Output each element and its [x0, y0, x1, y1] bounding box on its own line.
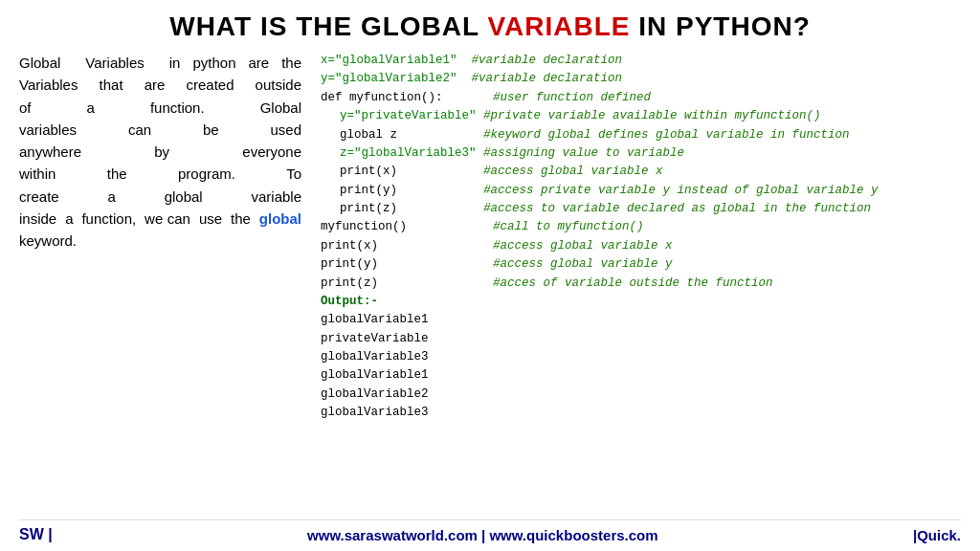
code-line-8: print(y) #access private variable y inst… [340, 182, 961, 200]
comment-9: #access to variable declared as global i… [483, 200, 871, 218]
footer-center: www.saraswatworld.com | www.quickbooster… [307, 527, 658, 543]
code-line-3: def myfunction(): #user function defined [321, 89, 961, 107]
comment-7: #access global variable x [483, 163, 663, 181]
code-line-12: print(y) #access global variable y [321, 255, 961, 274]
comment-1: #variable declaration [457, 52, 623, 70]
code-text-8: print(y) [340, 182, 483, 200]
global-keyword-link: global [259, 210, 301, 227]
code-text-2: y="globalVariable2" [321, 70, 457, 88]
title-variable: VARIABLE [487, 11, 630, 41]
content-area: Global Variables in python are the Varia… [19, 52, 961, 519]
code-text-3: def myfunction(): [321, 89, 493, 107]
output-label: Output:- [321, 293, 378, 311]
code-text-4: y="privateVariable" [340, 107, 483, 125]
output-value-2: privateVariable [321, 330, 429, 348]
code-text-13: print(z) [321, 275, 493, 293]
comment-12: #access global variable y [493, 255, 673, 274]
output-val-3: globalVariable3 [321, 348, 961, 366]
code-line-11: print(x) #access global variable x [321, 237, 961, 255]
code-text-1: x="globalVariable1" [321, 52, 457, 70]
output-value-1: globalVariable1 [321, 311, 429, 329]
code-text-7: print(x) [340, 163, 483, 181]
left-text: Global Variables in python are the Varia… [19, 55, 301, 249]
code-line-4: y="privateVariable" #private variable av… [340, 107, 961, 125]
code-text-9: print(z) [340, 200, 483, 218]
comment-13: #acces of variable outside the function [493, 275, 773, 293]
comment-10: #call to myfunction() [493, 218, 644, 236]
comment-8: #access private variable y instead of gl… [483, 182, 879, 200]
comment-6: #assigning value to variable [483, 144, 684, 163]
title-part1: WHAT IS THE GLOBAL [169, 11, 487, 41]
code-text-6: z="globalVariable3" [340, 144, 483, 163]
comment-4: #private variable available within myfun… [483, 107, 821, 125]
title-part2: IN PYTHON? [630, 11, 810, 41]
output-val-4: globalVariable1 [321, 366, 961, 385]
page-container: WHAT IS THE GLOBAL VARIABLE IN PYTHON? G… [0, 0, 980, 551]
page-title: WHAT IS THE GLOBAL VARIABLE IN PYTHON? [19, 11, 961, 42]
output-val-1: globalVariable1 [321, 311, 961, 329]
code-line-7: print(x) #access global variable x [340, 163, 961, 181]
code-text-5: global z [340, 126, 483, 144]
output-val-5: globalVariable2 [321, 386, 961, 404]
code-line-5: global z #keyword global defines global … [340, 126, 961, 144]
code-line-1: x="globalVariable1" #variable declaratio… [321, 52, 961, 70]
output-val-6: globalVariable3 [321, 404, 961, 422]
code-text-10: myfunction() [321, 218, 493, 236]
code-line-6: z="globalVariable3" #assigning value to … [340, 144, 961, 163]
right-panel: x="globalVariable1" #variable declaratio… [321, 52, 961, 519]
code-text-12: print(y) [321, 255, 493, 274]
comment-2: #variable declaration [457, 70, 623, 88]
output-value-5: globalVariable2 [321, 386, 429, 404]
code-line-2: y="globalVariable2" #variable declaratio… [321, 70, 961, 88]
code-line-10: myfunction() #call to myfunction() [321, 218, 961, 236]
output-value-4: globalVariable1 [321, 366, 429, 385]
code-line-9: print(z) #access to variable declared as… [340, 200, 961, 218]
output-label-line: Output:- [321, 293, 961, 311]
output-val-2: privateVariable [321, 330, 961, 348]
code-text-11: print(x) [321, 237, 493, 255]
footer-left: SW | [19, 526, 53, 543]
output-value-6: globalVariable3 [321, 404, 429, 422]
comment-11: #access global variable x [493, 237, 673, 255]
output-value-3: globalVariable3 [321, 348, 429, 366]
footer: SW | www.saraswatworld.com | www.quickbo… [19, 519, 961, 543]
code-line-13: print(z) #acces of variable outside the … [321, 275, 961, 293]
comment-5: #keyword global defines global variable … [483, 126, 850, 144]
left-panel: Global Variables in python are the Varia… [19, 52, 301, 519]
footer-right: |Quick. [913, 527, 961, 543]
comment-3: #user function defined [493, 89, 651, 107]
